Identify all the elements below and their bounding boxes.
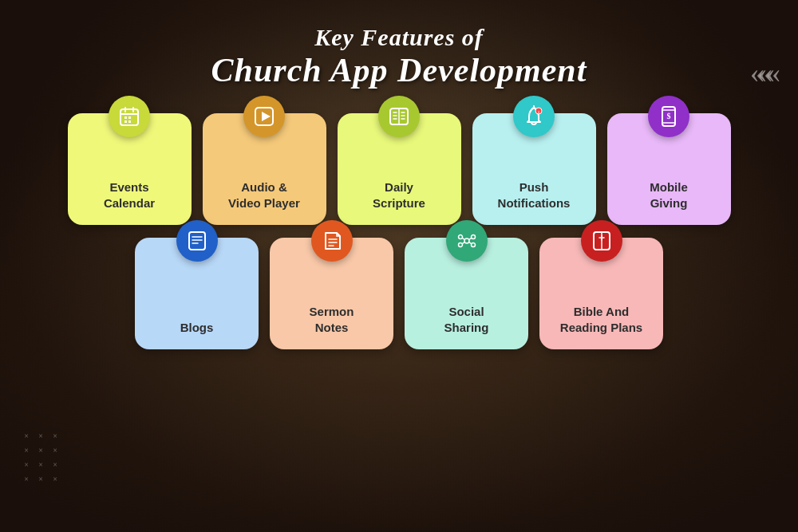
- scripture-icon-circle: [378, 96, 420, 137]
- svg-point-36: [471, 243, 475, 247]
- share-icon: [456, 230, 478, 252]
- document-icon: [186, 230, 208, 252]
- title-line2: Church App Development: [211, 51, 587, 89]
- giving-icon-circle: $: [648, 96, 689, 137]
- social-icon-circle: [446, 220, 488, 262]
- sermon-icon-circle: [311, 220, 353, 262]
- svg-line-39: [462, 242, 464, 244]
- svg-rect-5: [128, 116, 131, 119]
- card-mobile-giving: $ MobileGiving: [607, 113, 731, 225]
- bell-icon: 1: [523, 105, 545, 128]
- svg-line-38: [468, 238, 471, 239]
- notes-icon: [321, 230, 343, 252]
- audio-icon-circle: [243, 96, 285, 137]
- social-sharing-label: SocialSharing: [444, 304, 489, 335]
- book-icon: [388, 105, 410, 128]
- svg-rect-4: [124, 116, 127, 119]
- bible-reading-label: Bible AndReading Plans: [560, 304, 642, 335]
- svg-point-34: [471, 235, 475, 239]
- play-icon: [253, 105, 275, 128]
- svg-line-37: [462, 238, 464, 239]
- mobile-giving-label: MobileGiving: [650, 179, 688, 211]
- svg-marker-9: [262, 112, 271, 121]
- blogs-icon-circle: [176, 220, 218, 262]
- card-social-sharing: SocialSharing: [405, 238, 528, 349]
- events-calendar-label: EventsCalendar: [104, 179, 155, 211]
- bible-icon-circle: [581, 220, 622, 262]
- card-events-calendar: EventsCalendar: [68, 113, 192, 225]
- svg-point-32: [464, 238, 469, 243]
- cards-row-2: Blogs SermonNotes: [135, 238, 663, 349]
- card-bible-reading: Bible AndReading Plans: [539, 238, 663, 349]
- svg-point-33: [458, 235, 462, 239]
- push-notifications-label: PushNotifications: [498, 179, 571, 211]
- svg-text:$: $: [667, 112, 671, 120]
- svg-point-35: [458, 243, 462, 247]
- bible-icon: [591, 230, 613, 252]
- phone-giving-icon: $: [658, 105, 680, 128]
- cards-row-1: EventsCalendar Audio &Video Player: [68, 113, 731, 225]
- svg-rect-6: [124, 120, 127, 123]
- card-sermon-notes: SermonNotes: [270, 238, 393, 349]
- cards-container: EventsCalendar Audio &Video Player: [68, 113, 731, 349]
- audio-video-label: Audio &Video Player: [228, 179, 300, 211]
- card-audio-video: Audio &Video Player: [203, 113, 326, 225]
- title-line1: Key Features of: [211, 24, 587, 51]
- main-content: Key Features of Church App Development: [0, 0, 798, 532]
- svg-rect-7: [128, 120, 131, 123]
- sermon-notes-label: SermonNotes: [310, 304, 354, 335]
- svg-line-40: [468, 242, 471, 244]
- svg-rect-25: [189, 232, 205, 250]
- card-blogs: Blogs: [135, 238, 259, 349]
- card-daily-scripture: DailyScripture: [338, 113, 461, 225]
- events-icon-circle: [109, 96, 150, 137]
- calendar-icon: [118, 105, 140, 128]
- blogs-label: Blogs: [180, 320, 214, 336]
- daily-scripture-label: DailyScripture: [373, 179, 425, 211]
- card-push-notifications: 1 PushNotifications: [472, 113, 596, 225]
- title-section: Key Features of Church App Development: [211, 24, 587, 89]
- push-icon-circle: 1: [513, 96, 555, 137]
